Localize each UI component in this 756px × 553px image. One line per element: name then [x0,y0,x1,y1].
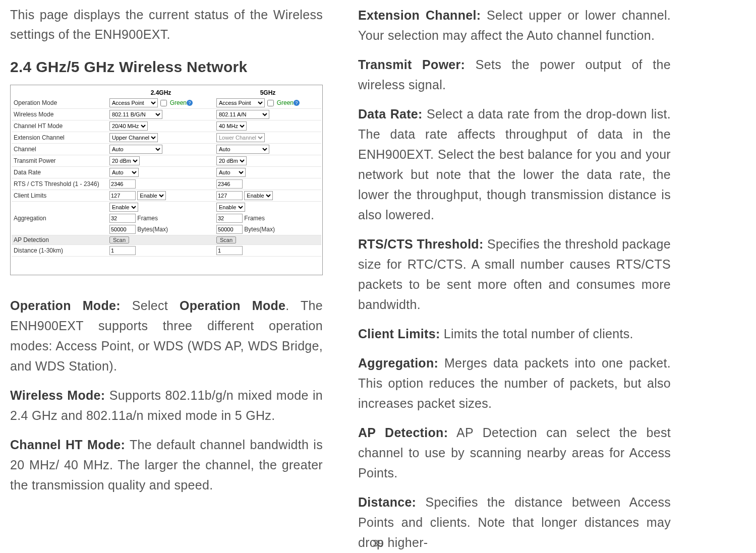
desc-data-rate: Data Rate: Select a data rate from the d… [358,104,671,225]
rts-5-input[interactable] [216,179,243,189]
desc-distance: Distance: Specifies the distance between… [358,492,671,552]
right-column: Extension Channel: Select upper or lower… [358,5,671,553]
aggregation-bytes-5-input[interactable] [216,225,243,234]
aggregation-5-enable[interactable]: Enable [216,203,245,212]
header-24ghz: 2.4GHz [107,88,214,97]
bytes-label: Bytes(Max) [137,226,168,233]
extension-channel-24-select[interactable]: Upper Channel [109,133,158,142]
green-label-5: Green [277,99,294,106]
left-column: This page displays the current status of… [10,5,323,553]
scan-24-button[interactable]: Scan [109,236,129,243]
row-extension-channel: Extension Channel [12,132,107,143]
aggregation-24-enable[interactable]: Enable [109,203,138,212]
aggregation-frames-24-input[interactable] [109,214,136,223]
channel-24-select[interactable]: Auto [109,145,162,154]
distance-5-input[interactable] [216,246,243,255]
bytes-label: Bytes(Max) [244,226,275,233]
aggregation-frames-5-input[interactable] [216,214,243,223]
scan-5-button[interactable]: Scan [216,236,236,243]
settings-table: 2.4GHz 5GHz Operation Mode Access Point … [12,88,321,257]
channel-ht-24-select[interactable]: 20/40 MHz [109,121,148,131]
rts-24-input[interactable] [109,179,136,189]
channel-5-select[interactable]: Auto [216,145,269,154]
desc-operation-mode: Operation Mode: Select Operation Mode. T… [10,295,323,376]
page-number: 39 [373,538,383,549]
aggregation-bytes-24-input[interactable] [109,225,136,234]
client-limits-24-enable[interactable]: Enable [137,191,166,200]
info-icon[interactable]: ? [187,100,193,106]
green-5-checkbox[interactable] [267,100,274,106]
frames-label: Frames [137,215,158,222]
client-limits-24-input[interactable] [109,191,136,200]
frames-label: Frames [244,215,265,222]
distance-24-input[interactable] [109,246,136,255]
row-distance: Distance (1-30km) [12,244,107,256]
desc-wireless-mode: Wireless Mode: Supports 802.11b/g/n mixe… [10,385,323,425]
row-ap-detection: AP Detection [12,235,107,244]
desc-ap-detection: AP Detection: AP Detection can select th… [358,422,671,483]
channel-ht-5-select[interactable]: 40 MHz [216,121,247,131]
operation-mode-24-select[interactable]: Access Point [109,98,158,107]
intro-paragraph: This page displays the current status of… [10,5,323,44]
settings-table-container: 2.4GHz 5GHz Operation Mode Access Point … [10,85,323,275]
row-transmit-power: Transmit Power [12,155,107,166]
section-heading: 2.4 GHz/5 GHz Wireless Network [10,58,323,76]
client-limits-5-enable[interactable]: Enable [244,191,273,200]
green-24-checkbox[interactable] [160,100,167,106]
row-aggregation: Aggregation [12,201,107,235]
info-icon[interactable]: ? [294,100,300,106]
row-operation-mode: Operation Mode [12,97,107,109]
extension-channel-5-select[interactable]: Lower Channel [216,133,265,142]
desc-client-limits: Client Limits: Limits the total number o… [358,324,671,344]
row-data-rate: Data Rate [12,166,107,178]
wireless-mode-5-select[interactable]: 802.11 A/N [216,110,269,119]
header-5ghz: 5GHz [214,88,321,97]
desc-aggregation: Aggregation: Merges data packets into on… [358,353,671,413]
row-wireless-mode: Wireless Mode [12,108,107,120]
client-limits-5-input[interactable] [216,191,243,200]
transmit-power-24-select[interactable]: 20 dBm [109,156,140,165]
desc-rts-threshold: RTS/CTS Threshold: Specifies the thresho… [358,234,671,315]
green-label-24: Green [170,99,187,106]
desc-extension-channel: Extension Channel: Select upper or lower… [358,5,671,45]
desc-channel-ht: Channel HT Mode: The default channel ban… [10,435,323,495]
row-rts-threshold: RTS / CTS Threshold (1 - 2346) [12,178,107,190]
row-channel-ht: Channel HT Mode [12,120,107,132]
wireless-mode-24-select[interactable]: 802.11 B/G/N [109,110,162,119]
row-client-limits: Client Limits [12,190,107,201]
data-rate-5-select[interactable]: Auto [216,168,246,177]
desc-transmit-power: Transmit Power: Sets the power output of… [358,54,671,95]
data-rate-24-select[interactable]: Auto [109,168,139,177]
transmit-power-5-select[interactable]: 20 dBm [216,156,247,165]
operation-mode-5-select[interactable]: Access Point [216,98,265,107]
row-channel: Channel [12,143,107,155]
